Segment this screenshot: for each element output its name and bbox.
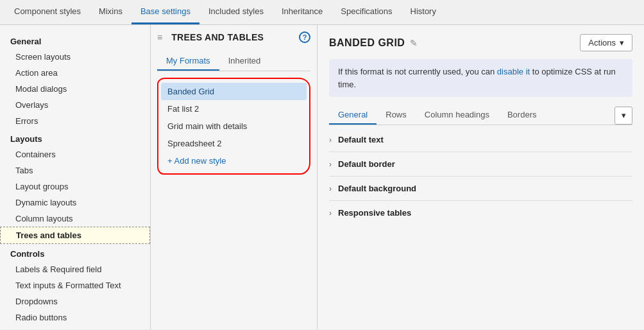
sidebar-item-screen-layouts[interactable]: Screen layouts <box>0 49 150 65</box>
right-panel: BANDED GRID ✎ Actions ▾ If this format i… <box>318 25 644 329</box>
sidebar-item-layout-groups[interactable]: Layout groups <box>0 178 150 195</box>
right-title: BANDED GRID <box>329 37 405 49</box>
right-tab-dropdown[interactable]: ▾ <box>614 107 632 125</box>
right-tab-general[interactable]: General <box>329 106 377 125</box>
top-nav-tab-inheritance[interactable]: Inheritance <box>273 0 332 24</box>
sidebar-section-layouts: Layouts <box>0 129 150 146</box>
middle-panel: ≡ TREES AND TABLES ? My FormatsInherited… <box>151 25 318 329</box>
right-tab-borders[interactable]: Borders <box>498 106 546 125</box>
main-layout: GeneralScreen layoutsAction areaModal di… <box>0 25 644 329</box>
top-nav-tab-base-settings[interactable]: Base settings <box>131 0 199 24</box>
format-item-fat-list-2[interactable]: Fat list 2 <box>161 100 307 117</box>
sidebar-item-tabs[interactable]: Tabs <box>0 162 150 178</box>
drag-icon: ≡ <box>157 32 162 42</box>
sidebar-item-overlays[interactable]: Overlays <box>0 97 150 113</box>
section-row-responsive-tables[interactable]: ›Responsive tables <box>329 201 632 225</box>
top-nav-tab-history[interactable]: History <box>402 0 445 24</box>
info-banner-text1: If this format is not currently used, yo… <box>338 67 497 76</box>
middle-header: ≡ TREES AND TABLES ? <box>157 31 310 43</box>
sidebar-section-general: General <box>0 31 150 49</box>
sidebar-item-radio-buttons[interactable]: Radio buttons <box>0 309 150 326</box>
sidebar-item-dynamic-layouts[interactable]: Dynamic layouts <box>0 195 150 211</box>
sidebar-item-containers[interactable]: Containers <box>0 146 150 162</box>
sidebar-item-text-inputs[interactable]: Text inputs & Formatted Text <box>0 277 150 293</box>
sidebar-item-column-layouts[interactable]: Column layouts <box>0 211 150 227</box>
actions-button[interactable]: Actions ▾ <box>580 34 632 51</box>
section-label-responsive-tables: Responsive tables <box>338 208 411 218</box>
actions-label: Actions <box>588 38 616 48</box>
sidebar-item-action-area[interactable]: Action area <box>0 65 150 81</box>
section-label-default-text: Default text <box>338 135 384 144</box>
chevron-icon-default-background: › <box>329 184 332 193</box>
sidebar-item-errors[interactable]: Errors <box>0 113 150 129</box>
right-tab-rows[interactable]: Rows <box>377 106 416 125</box>
middle-tab-inherited[interactable]: Inherited <box>219 52 270 71</box>
chevron-icon-responsive-tables: › <box>329 209 332 218</box>
format-item-spreadsheet-2[interactable]: Spreadsheet 2 <box>161 135 307 152</box>
edit-icon[interactable]: ✎ <box>410 38 418 48</box>
middle-panel-title: TREES AND TABLES <box>171 32 264 42</box>
sidebar-section-controls: Controls <box>0 244 150 261</box>
section-row-default-background[interactable]: ›Default background <box>329 177 632 201</box>
right-sections: ›Default text›Default border›Default bac… <box>329 128 632 225</box>
top-nav-tab-specifications[interactable]: Specifications <box>332 0 401 24</box>
sidebar-item-dropdowns[interactable]: Dropdowns <box>0 293 150 309</box>
format-item-banded-grid[interactable]: Banded Grid <box>161 83 307 100</box>
section-row-default-border[interactable]: ›Default border <box>329 152 632 177</box>
middle-tabs: My FormatsInherited <box>157 52 310 71</box>
sidebar: GeneralScreen layoutsAction areaModal di… <box>0 25 151 329</box>
disable-it-link[interactable]: disable it <box>497 67 530 76</box>
sidebar-item-modal-dialogs[interactable]: Modal dialogs <box>0 81 150 97</box>
section-label-default-background: Default background <box>338 184 416 193</box>
chevron-icon-default-text: › <box>329 135 332 144</box>
add-new-style-button[interactable]: + Add new style <box>161 152 307 169</box>
top-nav-tab-mixins[interactable]: Mixins <box>90 0 131 24</box>
middle-tab-my-formats[interactable]: My Formats <box>157 52 219 71</box>
format-list-wrapper: Banded GridFat list 2Grid main with deta… <box>157 78 310 175</box>
top-nav-tab-component-styles[interactable]: Component styles <box>5 0 90 24</box>
right-tabs: GeneralRowsColumn headingsBorders▾ <box>329 106 632 125</box>
chevron-down-icon: ▾ <box>620 38 624 48</box>
top-nav: Component stylesMixinsBase settingsInclu… <box>0 0 644 25</box>
format-item-grid-main-details[interactable]: Grid main with details <box>161 117 307 135</box>
right-tab-column-headings[interactable]: Column headings <box>416 106 498 125</box>
sidebar-item-labels-required[interactable]: Labels & Required field <box>0 261 150 277</box>
sidebar-item-trees-and-tables[interactable]: Trees and tables <box>0 227 150 244</box>
sidebar-item-checkboxes[interactable]: Checkboxes <box>0 326 150 329</box>
info-banner: If this format is not currently used, yo… <box>329 59 632 97</box>
help-icon[interactable]: ? <box>299 31 310 43</box>
section-row-default-text[interactable]: ›Default text <box>329 128 632 152</box>
right-header: BANDED GRID ✎ Actions ▾ <box>329 34 632 51</box>
chevron-icon-default-border: › <box>329 160 332 169</box>
top-nav-tab-included-styles[interactable]: Included styles <box>199 0 273 24</box>
section-label-default-border: Default border <box>338 159 395 169</box>
